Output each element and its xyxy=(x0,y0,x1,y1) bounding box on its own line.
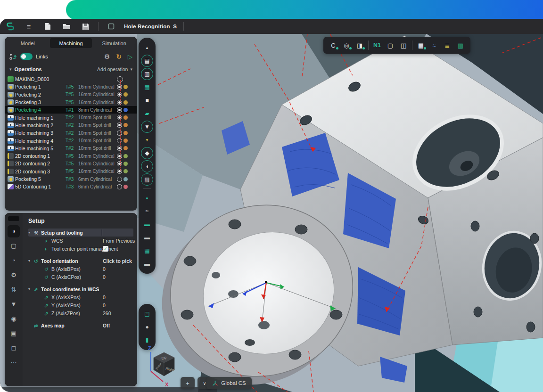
mode-tab[interactable]: Simulation xyxy=(93,38,135,48)
setup-row-value[interactable]: Click to pick xyxy=(103,258,137,264)
shading-icon[interactable]: ● xyxy=(141,321,153,333)
setup-row-value[interactable]: From Previous xyxy=(103,238,137,244)
gcode-label[interactable]: N1 xyxy=(370,39,384,51)
save-icon[interactable] xyxy=(79,21,91,32)
operation-row[interactable]: MAKINO_D800 xyxy=(5,75,137,83)
surface-gray-icon[interactable]: ▬ xyxy=(141,231,153,244)
curve-icon[interactable]: ≈ xyxy=(141,205,153,217)
operation-color-dot[interactable] xyxy=(123,154,128,158)
drill-setup-icon[interactable]: ▼ xyxy=(8,298,20,310)
operation-row[interactable]: Pocketing 1 T#5 16mm Cylindrical xyxy=(5,83,137,90)
operation-visibility-radio[interactable] xyxy=(117,138,122,143)
stock-result-icon[interactable]: ▦ xyxy=(141,81,153,93)
setup-row[interactable]: ▾ ⇗ Tool coordinates in WCS xyxy=(28,285,133,293)
operation-row[interactable]: 5D Contouring 1 T#3 6mm Cylindrical xyxy=(5,183,137,190)
operation-row[interactable]: Hole machining 5 T#2 10mm Spot drill xyxy=(5,145,137,152)
mode-tab[interactable]: Machining xyxy=(50,38,92,48)
coolant-icon[interactable]: ◉ xyxy=(8,313,20,325)
turning-icon[interactable]: ◔ xyxy=(8,254,20,267)
operation-row[interactable]: 2D contouring 1 T#5 16mm Cylindrical xyxy=(5,152,137,160)
calculator-icon[interactable]: ▦ xyxy=(414,39,428,51)
divider[interactable] xyxy=(143,188,151,189)
operation-visibility-radio[interactable] xyxy=(117,100,122,105)
machine-settings-icon[interactable]: ⚙ xyxy=(8,269,20,281)
settings-gear-icon[interactable]: ⚙ xyxy=(104,53,110,60)
operation-color-dot[interactable] xyxy=(123,139,128,143)
operation-row[interactable]: Pocketing 2 T#5 16mm Cylindrical xyxy=(5,91,137,98)
operation-row[interactable]: Pocketing 5 T#3 6mm Cylindrical xyxy=(5,175,137,183)
row-chevron-icon[interactable]: ▾ xyxy=(28,287,34,291)
setup-row[interactable]: ◑ WCS From Previous xyxy=(28,237,133,245)
setup-row[interactable]: ◗ Tool center point management ✓ xyxy=(28,245,133,253)
point-icon[interactable]: ● xyxy=(141,192,153,204)
fixture-setup-icon[interactable]: ▣ xyxy=(8,327,20,340)
run-simulation-icon[interactable]: ▷ xyxy=(128,53,132,60)
operation-visibility-radio[interactable] xyxy=(117,107,122,113)
setup-row[interactable]: ⇗ Z (AxisZPos) 260 xyxy=(28,309,133,317)
workpiece-setup-icon[interactable]: ▢ xyxy=(8,240,20,252)
holder-icon[interactable]: ◖ xyxy=(141,160,153,172)
operation-color-dot[interactable] xyxy=(123,100,128,105)
stats-icon[interactable]: ▥ xyxy=(454,39,467,51)
more-icon[interactable]: ⋯ xyxy=(8,357,20,369)
setup-row[interactable]: ▾ ⚒ Setup and tooling xyxy=(28,229,133,237)
transform-icon[interactable]: ⇅ xyxy=(8,284,20,296)
menu-icon[interactable]: ≡ xyxy=(23,21,35,32)
workpiece-icon[interactable]: ■ xyxy=(141,94,153,106)
setup-row[interactable]: ↺ B (AxisBPos) 0 xyxy=(28,265,133,273)
scroll-up-icon[interactable]: ▲ xyxy=(141,41,153,54)
operation-visibility-radio[interactable] xyxy=(117,131,122,136)
graph-icon[interactable]: ≈ xyxy=(428,39,441,51)
setup-row-value[interactable]: 0 xyxy=(103,294,137,300)
operation-color-dot[interactable] xyxy=(123,146,128,150)
caliper-icon[interactable]: ◨ xyxy=(353,39,366,51)
operation-visibility-radio[interactable] xyxy=(117,146,122,151)
global-cs-button[interactable]: Global CS xyxy=(206,377,252,389)
operation-visibility-radio[interactable] xyxy=(117,122,122,128)
setup-row[interactable]: ▾ ↺ Tool orientation Click to pick xyxy=(28,257,133,265)
row-chevron-icon[interactable]: ▾ xyxy=(28,259,34,263)
holders-check-icon[interactable]: ◫ xyxy=(397,39,410,51)
operation-color-dot[interactable] xyxy=(123,115,128,120)
operation-row[interactable]: Hole machining 1 T#2 10mm Spot drill xyxy=(5,114,137,121)
new-file-icon[interactable] xyxy=(41,21,54,32)
operation-visibility-radio[interactable] xyxy=(117,115,122,120)
operation-color-dot[interactable] xyxy=(123,169,128,173)
setup-row-value[interactable]: Off xyxy=(103,323,137,328)
measure-icon[interactable]: ◎ xyxy=(340,39,353,51)
setup-row-value[interactable]: 260 xyxy=(103,310,137,316)
operation-color-dot[interactable] xyxy=(123,123,128,127)
add-operation-button[interactable]: Add operation ▾ xyxy=(97,66,132,72)
links-toggle[interactable] xyxy=(20,53,33,60)
setup-row-value[interactable]: 0 xyxy=(103,302,137,308)
toolpath-icon[interactable]: ◆ xyxy=(141,147,153,159)
operation-row[interactable]: Hole machining 2 T#2 10mm Spot drill xyxy=(5,122,137,129)
row-chevron-icon[interactable]: ▾ xyxy=(28,230,34,235)
operation-visibility-radio[interactable] xyxy=(117,177,122,182)
operation-visibility-radio[interactable] xyxy=(117,92,122,97)
fit-view-icon[interactable]: ◰ xyxy=(141,308,153,320)
operation-visibility-radio[interactable] xyxy=(117,169,122,174)
setup-row[interactable]: ⇗ Y (AxisYPos) 0 xyxy=(28,301,133,309)
operation-row[interactable]: Pocketing 4 T#1 8mm Cylindrical xyxy=(5,106,137,114)
operation-color-dot[interactable] xyxy=(123,131,128,135)
operation-row[interactable]: Hole machining 3 T#2 10mm Spot drill xyxy=(5,129,137,137)
operation-row[interactable]: 2D contouring 3 T#5 16mm Cylindrical xyxy=(5,168,137,175)
layers-icon[interactable]: ≣ xyxy=(441,39,454,51)
add-cs-button[interactable]: + xyxy=(181,377,195,389)
view-cube[interactable]: Z X Top Front Right xyxy=(145,344,179,388)
operation-visibility-radio[interactable] xyxy=(117,161,122,166)
separator[interactable] xyxy=(368,41,369,50)
operation-color-dot[interactable] xyxy=(123,185,128,189)
operation-row[interactable]: 2D contouring 2 T#5 16mm Cylindrical xyxy=(5,160,137,167)
mesh-icon[interactable]: ▨ xyxy=(141,173,153,186)
setup-row[interactable]: ⇄ Axes map Off xyxy=(28,321,133,329)
setup-row-value[interactable]: 0 xyxy=(103,266,137,272)
tool-icon[interactable]: ▼ xyxy=(141,121,153,133)
solid-body-icon[interactable]: ▬ xyxy=(141,258,153,270)
mesh-surface-icon[interactable]: ▦ xyxy=(141,245,153,257)
operation-visibility-radio[interactable] xyxy=(117,84,122,90)
wcs-setup-icon[interactable]: ◑ xyxy=(8,225,20,237)
operation-color-dot[interactable] xyxy=(123,177,128,181)
open-folder-icon[interactable] xyxy=(60,21,73,32)
